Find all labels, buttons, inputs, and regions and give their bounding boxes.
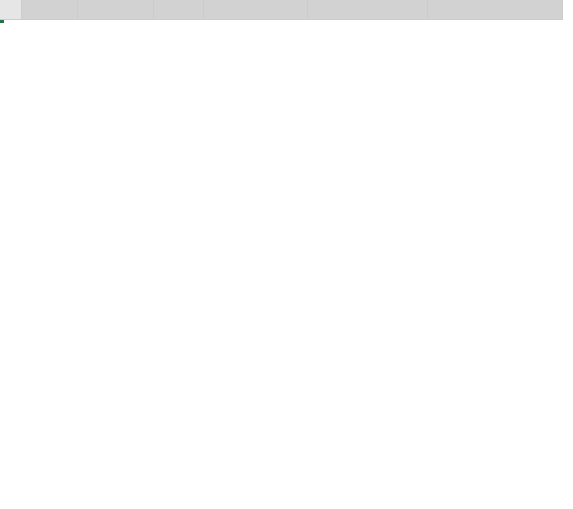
col-header-F[interactable]	[428, 0, 563, 20]
col-header-C[interactable]	[154, 0, 204, 20]
col-header-D[interactable]	[204, 0, 308, 20]
col-header-B[interactable]	[78, 0, 154, 20]
col-header-E[interactable]	[308, 0, 428, 20]
select-all-corner[interactable]	[0, 0, 22, 20]
col-header-A[interactable]	[22, 0, 78, 20]
selection-outline	[0, 20, 4, 23]
spreadsheet[interactable]	[0, 0, 563, 20]
